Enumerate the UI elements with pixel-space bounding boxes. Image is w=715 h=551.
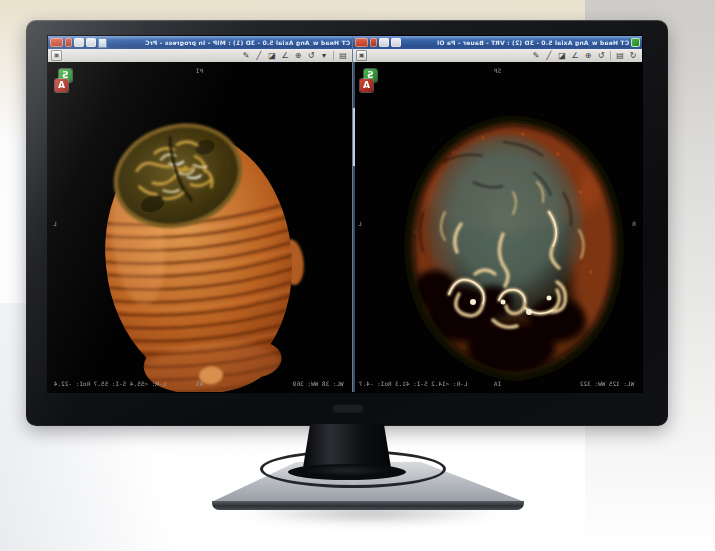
maximize-button[interactable] [74,38,84,47]
document-icon [98,38,107,48]
minimize-button[interactable] [391,38,401,47]
window-level-icon[interactable]: ◪ [266,50,278,62]
angle-icon[interactable]: ∠ [279,50,291,62]
volume-render-angiography [353,62,642,392]
pan-icon[interactable]: ⊕ [292,50,304,62]
window-title: CT Head w_Ang Axial 5.0 - 3D (1) : MIP -… [145,39,350,46]
render-viewport-right[interactable]: S A SP L R L-R: <14.2 S-I: 41.3 RoI: -4.… [353,62,642,392]
measure-icon[interactable]: ╱ [543,50,555,62]
draw-line-icon[interactable]: ✎ [240,50,252,62]
product-photo-background: CT Head w_Ang Axial 5.0 - 3D (1) : MIP -… [0,0,715,551]
orientation-label-top: SP [353,67,642,74]
minimize-button[interactable] [86,38,96,47]
reset-icon[interactable]: ↻ [627,50,639,62]
window-title: CT Head w_Ang Axial 5.0 - 3D (2) : VRT -… [437,39,629,46]
monitor-bezel: CT Head w_Ang Axial 5.0 - 3D (1) : MIP -… [26,20,668,426]
viewer-window-left: CT Head w_Ang Axial 5.0 - 3D (1) : MIP -… [48,36,352,392]
scrollbar-thumb[interactable] [353,108,355,166]
close-button[interactable] [50,38,63,47]
window-level-readout: WL: 125 WW: 322 [580,380,634,387]
stand-base-edge [212,501,524,510]
bezel-button [332,403,364,412]
layout-icon[interactable]: ▤ [614,50,626,62]
orientation-label-top: PI [48,67,352,74]
window-level-icon[interactable]: ◪ [556,50,568,62]
stand-neck-flare [288,464,406,480]
render-viewport-left[interactable]: S A PI L L-R: <55.4 S-I: 55.7 RoI: -22.4… [48,62,352,392]
lcd-screen: CT Head w_Ang Axial 5.0 - 3D (1) : MIP -… [48,36,642,392]
window-level-readout: WL: 38 WW: 369 [293,380,344,387]
orientation-label-right: R [632,220,636,227]
angle-icon[interactable]: ∠ [569,50,581,62]
toolbar: ▣ ✎ ╱ ◪ ∠ ⊕ ↺ ▤ ↻ [353,49,642,63]
close-button[interactable] [355,38,368,47]
dropdown-icon[interactable]: ▾ [318,50,330,62]
orientation-label-left: L [358,220,362,227]
viewer-window-right: CT Head w_Ang Axial 5.0 - 3D (2) : VRT -… [352,36,642,392]
pan-icon[interactable]: ⊕ [582,50,594,62]
rotate-left-icon[interactable]: ↺ [305,50,317,62]
app-icon [631,38,640,47]
window-button-red[interactable] [65,38,72,47]
window-button-red[interactable] [370,38,377,47]
window-titlebar[interactable]: CT Head w_Ang Axial 5.0 - 3D (2) : VRT -… [353,36,642,49]
draw-line-icon[interactable]: ✎ [530,50,542,62]
window-titlebar[interactable]: CT Head w_Ang Axial 5.0 - 3D (1) : MIP -… [48,36,352,49]
orientation-label-left: L [53,220,57,227]
panel-toggle-button[interactable]: ▣ [356,50,367,61]
rotate-left-icon[interactable]: ↺ [595,50,607,62]
measure-icon[interactable]: ╱ [253,50,265,62]
volume-render-skull-brain [48,62,352,392]
maximize-button[interactable] [379,38,389,47]
panel-toggle-button[interactable]: ▣ [51,50,62,61]
layout-icon[interactable]: ▤ [337,50,349,62]
toolbar: ▣ ✎ ╱ ◪ ∠ ⊕ ↺ ▾ ▤ [48,49,352,63]
